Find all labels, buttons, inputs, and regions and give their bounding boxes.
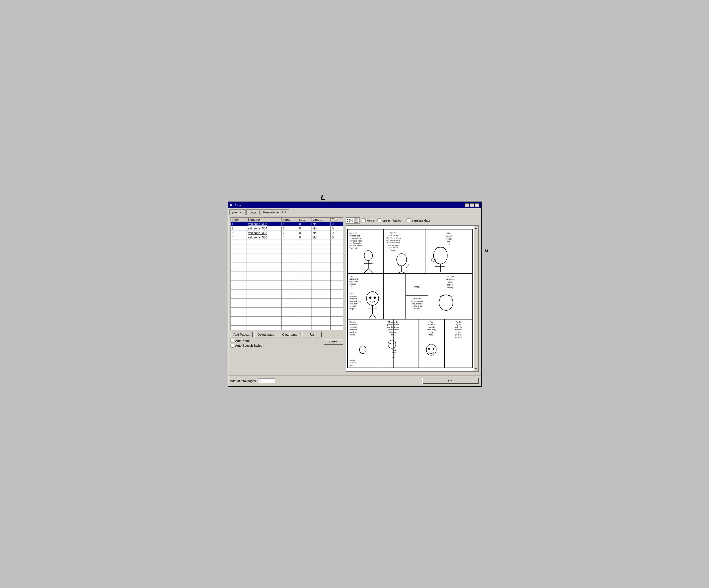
svg-text:then...: then... <box>391 333 396 335</box>
down-button[interactable]: Down <box>323 339 343 345</box>
cell-lang: No <box>311 235 331 240</box>
tab-page[interactable]: page <box>246 209 259 215</box>
ok-button[interactable]: OK <box>422 378 479 384</box>
tab-presentation-unit[interactable]: PresentationUnit <box>260 209 289 215</box>
table-row <box>231 271 343 276</box>
svg-text:the: the <box>392 354 395 356</box>
main-content: Index filename koma sp... Lang... Tr... … <box>228 215 481 374</box>
svg-text:much hot: much hot <box>349 326 357 328</box>
svg-text:under the: under the <box>454 326 462 328</box>
svg-text:Wait for 3: Wait for 3 <box>349 232 357 234</box>
cell-tr: 0 <box>331 235 343 240</box>
maximize-button[interactable]: □ <box>470 203 474 207</box>
close-button[interactable]: X <box>475 203 479 207</box>
svg-text:rectangular: rectangular <box>349 278 359 280</box>
koma-checkbox-row[interactable]: koma <box>362 219 374 222</box>
tab-bar: product page PresentationUnit <box>228 208 481 215</box>
clear-page-button[interactable]: Clear page <box>279 332 300 337</box>
svg-text:cup makes: cup makes <box>349 280 358 283</box>
speech-balloon-checkbox[interactable] <box>377 219 381 222</box>
table-row <box>231 321 343 325</box>
svg-text:bowl have: bowl have <box>349 303 358 304</box>
svg-text:taste,: taste, <box>448 281 452 283</box>
cell-koma: 5 <box>282 222 298 226</box>
bottom-controls: Auto Koma Auto Speech Balloon Down <box>231 339 343 347</box>
comic-preview: Wait for 3 minutes, and throw away the h… <box>346 225 479 372</box>
table-row <box>231 249 343 253</box>
num-pages-input[interactable] <box>258 378 275 383</box>
zoom-dropdown-arrow[interactable]: ▼ <box>354 218 358 223</box>
svg-text:food is: food is <box>446 237 452 240</box>
tab-product[interactable]: product <box>229 209 246 215</box>
svg-text:The: The <box>349 275 352 277</box>
svg-text:What: What <box>446 232 451 234</box>
svg-text:up to the line: up to the line <box>389 247 398 249</box>
cell-index: 2 <box>231 226 247 230</box>
koma-checkbox[interactable] <box>362 219 366 222</box>
table-row[interactable]: 4 yakisoba_006 4 0 No 0 <box>231 235 343 240</box>
table-row <box>231 253 343 258</box>
scroll-down-button[interactable]: ▼ <box>474 367 478 371</box>
svg-text:easier to eat: easier to eat <box>412 305 422 307</box>
zoom-select-container[interactable]: 25% ▼ <box>346 217 360 224</box>
svg-text:this: this <box>447 241 450 243</box>
svg-rect-5 <box>384 274 406 319</box>
auto-speech-balloon-label: Auto Speech Balloon <box>235 344 264 347</box>
table-row[interactable]: 1 yakisoba_003 5 0 No 0 <box>231 222 343 226</box>
title-bar-left: ■ Comic <box>230 203 242 207</box>
auto-speech-balloon-checkbox[interactable] <box>231 344 234 347</box>
table-row <box>231 244 343 249</box>
translate-data-checkbox-row[interactable]: translate data <box>406 219 430 222</box>
pages-info: num of total pages <box>231 378 275 383</box>
svg-text:it easier: it easier <box>349 283 356 285</box>
table-row <box>231 285 343 289</box>
bottom-area: num of total pages OK <box>228 375 481 386</box>
checkbox-col: Auto Koma Auto Speech Balloon <box>231 339 264 347</box>
svg-text:water.: water. <box>428 333 434 335</box>
table-row[interactable]: 2 yakisoba_004 6 0 No 0 <box>231 226 343 230</box>
svg-text:cover first and: cover first and <box>388 234 398 236</box>
svg-text:before: before <box>456 331 461 333</box>
svg-point-109 <box>428 348 430 349</box>
col-filename: filename <box>247 217 282 222</box>
svg-text:You can: You can <box>349 321 356 323</box>
table-row <box>231 258 343 262</box>
cell-koma: 4 <box>282 235 298 240</box>
window-title: Comic <box>234 203 242 207</box>
auto-speech-balloon-checkbox-row[interactable]: Auto Speech Balloon <box>231 344 264 347</box>
auto-koma-checkbox-row[interactable]: Auto Koma <box>231 339 264 343</box>
left-panel: Index filename koma sp... Lang... Tr... … <box>231 217 343 372</box>
svg-text:go home: go home <box>349 362 356 363</box>
svg-text:This'll: This'll <box>392 349 396 351</box>
auto-koma-checkbox[interactable] <box>231 339 234 343</box>
svg-text:throw away: throw away <box>427 329 436 331</box>
cell-index: 1 <box>231 222 247 226</box>
add-page-button[interactable]: Add Page... <box>231 332 253 337</box>
svg-text:delicious: delicious <box>446 278 454 280</box>
title-bar: ■ Comic _ □ X <box>228 202 481 208</box>
annotation-l-line <box>325 199 342 204</box>
table-row[interactable]: 3 yakisoba_005 7 0 No 0 <box>231 230 343 235</box>
svg-point-100 <box>389 342 391 344</box>
delete-page-button[interactable]: Delete page <box>255 332 277 337</box>
cell-sp: 0 <box>298 230 312 235</box>
svg-point-101 <box>393 342 394 344</box>
svg-text:hot water,: hot water, <box>389 331 397 333</box>
right-panel: 25% ▼ koma speech balloon translate data <box>346 217 479 372</box>
cell-tr: 0 <box>331 230 343 235</box>
table-row <box>231 294 343 298</box>
translate-data-checkbox[interactable] <box>406 219 410 222</box>
svg-text:Put in dry mix and: Put in dry mix and <box>387 242 400 244</box>
svg-text:cloying.: cloying. <box>447 286 453 289</box>
svg-text:volume of the: volume of the <box>388 329 399 331</box>
scroll-up-button[interactable]: ▲ <box>474 226 478 230</box>
cell-filename: yakisoba_006 <box>247 235 282 240</box>
svg-text:kind of: kind of <box>446 235 451 237</box>
speech-balloon-checkbox-row[interactable]: speech balloon <box>377 219 403 222</box>
table-row <box>231 312 343 316</box>
svg-text:hot water: hot water <box>454 336 462 338</box>
up-button[interactable]: Up <box>302 332 322 337</box>
minimize-button[interactable]: _ <box>465 203 469 207</box>
svg-text:test.: test. <box>392 357 395 358</box>
col-index: Index <box>231 217 247 222</box>
